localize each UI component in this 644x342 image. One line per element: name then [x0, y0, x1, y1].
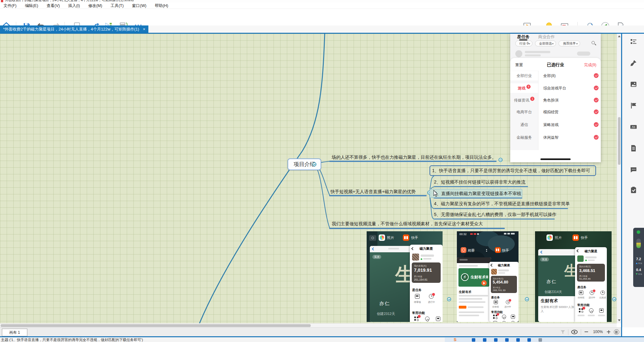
tray-icon[interactable]: [494, 338, 498, 342]
pending-review-icon: [494, 300, 498, 304]
menu-insert[interactable]: 插入(I): [65, 3, 84, 9]
collapse-icon[interactable]: [312, 162, 316, 166]
album-app-label: 相册: [468, 248, 475, 253]
horizontal-scroll-thumb[interactable]: [1, 324, 311, 327]
option-platform[interactable]: 综合游戏平台: [543, 83, 566, 93]
dimmed-avatar: [515, 50, 522, 57]
sort-pill[interactable]: 推荐排序: [559, 40, 580, 46]
topic-child2[interactable]: 2、短视频不挂任何链接可以获得非常大的推流: [434, 179, 525, 185]
tab-biz-coop[interactable]: 商业合作: [538, 34, 555, 40]
cumulative-value: 251,154.81: [414, 278, 428, 281]
pill-label: 推荐排序: [563, 42, 576, 45]
in-progress-icon: [429, 294, 434, 299]
tray-icon[interactable]: [539, 338, 542, 342]
topic-child5[interactable]: 5、无需缴纳保证金乱七八糟的费用，仅靠一部手机就可以操作: [434, 212, 557, 218]
task-progress-label: 进行中: [426, 301, 437, 304]
category-all[interactable]: 全部行业: [510, 71, 538, 80]
snipaste-tray-icon[interactable]: S: [454, 338, 457, 342]
category-finance[interactable]: 金融服务: [510, 133, 538, 142]
notes-icon[interactable]: [630, 144, 637, 152]
menu-modify[interactable]: 修改(M): [85, 3, 106, 9]
menu-view[interactable]: 查看(V): [43, 3, 64, 9]
tray-icon[interactable]: [472, 338, 475, 342]
tray-icon[interactable]: [505, 338, 509, 342]
upload-unit: K/s: [634, 262, 644, 265]
vertical-scrollbar[interactable]: [617, 34, 621, 323]
check-icon[interactable]: [594, 86, 599, 90]
menu-tools[interactable]: 工具(T): [107, 3, 127, 9]
coin-icon: [493, 321, 497, 322]
check-icon[interactable]: [594, 98, 599, 102]
scroll-up-icon[interactable]: [618, 35, 620, 37]
camera-icon: [369, 235, 376, 241]
comments-icon[interactable]: [630, 166, 637, 173]
kuaishou-app-label: 快手: [581, 235, 588, 240]
check-icon[interactable]: [594, 73, 599, 78]
collapse-icon[interactable]: [525, 297, 529, 301]
industry-filter-pill[interactable]: 行业·9: [515, 40, 532, 46]
check-icon[interactable]: [594, 109, 599, 114]
check-icon[interactable]: [594, 135, 599, 140]
close-tab-icon[interactable]: ×: [143, 27, 146, 31]
collapse-icon[interactable]: [612, 297, 616, 301]
done-button[interactable]: 完成(9): [584, 62, 596, 68]
structure-icon[interactable]: [630, 38, 637, 45]
battery-capsule-icon: [636, 239, 641, 248]
horizontal-scrollbar[interactable]: [0, 323, 617, 327]
format-brush-icon[interactable]: [630, 59, 637, 67]
option-all[interactable]: 全部(8): [543, 71, 556, 80]
status-battery-icon: [511, 233, 515, 234]
page-title: 磁力聚星: [410, 247, 443, 251]
menu-window[interactable]: 窗口(W): [129, 3, 150, 9]
category-media[interactable]: 传媒资讯 1: [510, 95, 538, 105]
collapse-icon[interactable]: [447, 297, 451, 301]
orange-tag: [459, 306, 466, 309]
tray-icon[interactable]: [483, 338, 486, 342]
option-sim[interactable]: 模拟经营: [543, 107, 559, 117]
topic-child4[interactable]: 4、磁力聚星没有复杂的环节，不管视频还是直播挂载链接是非常简单: [434, 201, 570, 207]
fit-map-icon[interactable]: [614, 329, 619, 335]
net-speed-widget[interactable]: 7.2 K/s 0.4 K/s: [633, 228, 644, 287]
avatar: [491, 269, 497, 275]
option-strategy[interactable]: 策略游戏: [543, 120, 559, 129]
image-icon[interactable]: [630, 80, 637, 88]
balance-label: 我的余额(元): [414, 264, 427, 268]
check-icon[interactable]: [594, 122, 599, 127]
tray-icon[interactable]: [527, 338, 531, 342]
scroll-down-icon[interactable]: [618, 319, 620, 321]
zoom-out-icon[interactable]: [585, 332, 588, 332]
zoom-level[interactable]: 100%: [591, 330, 605, 334]
topic-child3-hover[interactable]: 3、直播间挂载磁力聚星变现链接基本不审核: [430, 189, 522, 198]
task-check-icon[interactable]: [630, 186, 637, 194]
menu-help[interactable]: 帮助(H): [151, 3, 172, 9]
category-telecom[interactable]: 通信: [510, 120, 538, 129]
cumulative-value: 265,701.33: [493, 289, 505, 292]
menu-edit[interactable]: 编辑(E): [21, 3, 42, 9]
avatar: [577, 255, 584, 262]
label-aa-icon[interactable]: Aa: [630, 123, 637, 131]
menu-file[interactable]: 文件(F): [0, 3, 20, 9]
topic-branch3[interactable]: 我们主要做短视频流量，不管做什么领域视频素材，首先保证这个素材受众大: [332, 221, 483, 227]
all-filter-pill[interactable]: 全部筛选: [535, 40, 556, 46]
collapse-icon[interactable]: [498, 158, 503, 162]
category-ecommerce[interactable]: 电商平台: [510, 107, 538, 117]
marker-flag-icon[interactable]: [630, 102, 637, 109]
document-tab-label: *外面收费2千的磁力聚星项目，24小时无人直播，4个月122w，可矩阵操作(1): [3, 27, 139, 31]
live-badge: 实况: [540, 257, 549, 262]
topic-branch1[interactable]: 场的人还不算很多，快手也在力推磁力聚星，目前还在疯狂生长期，项目玩法众多。: [332, 155, 496, 160]
option-casual[interactable]: 休闲益智: [543, 133, 559, 142]
sheet-tab-canvas1[interactable]: 画布 1: [2, 329, 27, 336]
document-tab[interactable]: *外面收费2千的磁力聚星项目，24小时无人直播，4个月122w，可矩阵操作(1)…: [0, 25, 148, 33]
filter-funnel-icon[interactable]: [560, 330, 565, 334]
task-progress-label: 进行中: [503, 305, 513, 309]
tray-icon[interactable]: [516, 338, 520, 342]
tab-star-tasks[interactable]: 星任务: [517, 34, 530, 40]
photos-app-label: 照片: [387, 235, 394, 240]
vertical-scroll-thumb[interactable]: [618, 117, 620, 165]
topic-branch2[interactable]: 快手短视频+无人语音直播+磁力聚星的优势: [330, 189, 416, 195]
category-games-active[interactable]: 游戏 8: [510, 83, 538, 93]
topic-child1-selected[interactable]: 1、快手语音直播，只要不是很厉害的诱导完全不违规，做好匹配的下载任务即可: [430, 165, 596, 176]
option-rpg[interactable]: 角色扮演: [543, 95, 559, 105]
eye-icon[interactable]: [571, 330, 578, 334]
upload-unit-text: K/s: [638, 262, 642, 265]
